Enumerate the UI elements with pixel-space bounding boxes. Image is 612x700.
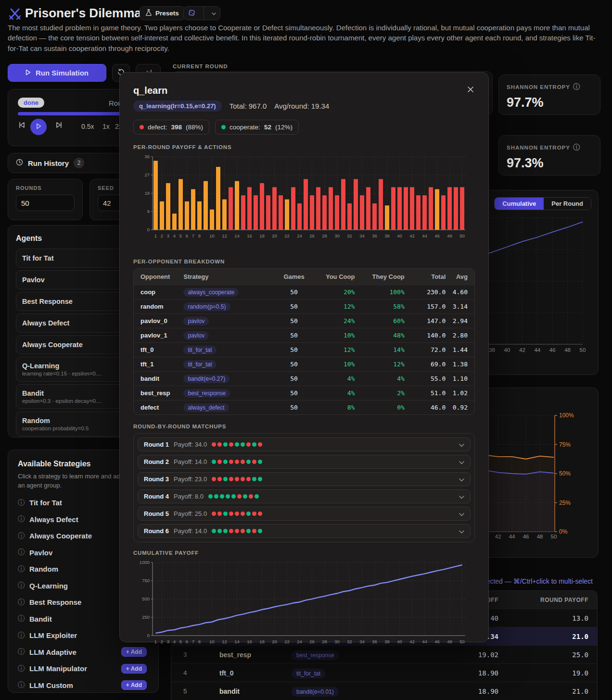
- leaderboard-row[interactable]: 5banditbandit(e=0.01)18.9021.0: [171, 682, 597, 700]
- section-cumulative: CUMULATIVE PAYOFF: [133, 550, 475, 556]
- opponent-row[interactable]: banditbandit(e=0.27)504%4%55.01.10: [134, 371, 474, 386]
- chevron-down-icon[interactable]: [208, 10, 220, 17]
- play-button[interactable]: [30, 119, 47, 135]
- rounds-input[interactable]: [16, 195, 75, 211]
- rounds-field-card: ROUNDS: [8, 179, 83, 220]
- info-icon: ⓘ: [573, 143, 580, 152]
- svg-text:50: 50: [551, 534, 557, 539]
- entropy-label: SHANNON ENTROPY: [507, 145, 570, 150]
- total-value: 967.0: [249, 102, 267, 110]
- skip-forward-button[interactable]: [52, 121, 66, 131]
- opponent-row[interactable]: best_respbest_response504%2%51.01.02: [134, 386, 474, 400]
- svg-text:46: 46: [434, 639, 440, 644]
- dice-icon[interactable]: [184, 9, 200, 18]
- opponent-row[interactable]: randomrandom(p=0.5)5012%58%157.03.14: [134, 299, 474, 313]
- info-icon: ⓘ: [18, 681, 25, 689]
- svg-text:44: 44: [534, 347, 540, 353]
- speed-0.5x[interactable]: 0.5x: [81, 123, 94, 130]
- svg-text:50: 50: [580, 347, 586, 353]
- agent-detail-modal: q_learn q_learning(lr=0.15,e=0.27) Total…: [119, 72, 489, 642]
- avg-payoff: 18.90: [407, 688, 498, 695]
- matchup-accordion-row[interactable]: Round 1Payoff: 34.0: [138, 438, 471, 451]
- round-payoff: 25.0: [498, 651, 597, 659]
- run-simulation-button[interactable]: Run Simulation: [8, 64, 106, 82]
- opponent-row[interactable]: pavlov_0pavlov5024%60%147.02.94: [134, 313, 474, 328]
- agent-name: Random: [22, 417, 117, 425]
- action-dot-icon: [221, 125, 226, 129]
- close-button[interactable]: [466, 85, 475, 95]
- svg-text:250: 250: [142, 614, 150, 620]
- speed-1x[interactable]: 1x: [102, 123, 110, 130]
- matchup-round-label: Round 1: [144, 441, 169, 448]
- svg-text:100%: 100%: [559, 412, 574, 419]
- svg-text:9: 9: [147, 209, 150, 214]
- strategy-pill: tit_for_tat: [292, 669, 325, 678]
- strategy-pill: tit_for_tat: [183, 346, 216, 354]
- section-per-opponent: PER-OPPONENT BREAKDOWN: [133, 259, 475, 264]
- defect-dot-icon: [241, 529, 245, 533]
- matchup-accordion-row[interactable]: Round 2Payoff: 14.0: [138, 455, 471, 469]
- opponent-row[interactable]: tft_0tit_for_tat5012%14%72.01.44: [134, 342, 474, 357]
- svg-text:36: 36: [372, 639, 377, 644]
- strategy-list-item[interactable]: ⓘLLM Custom+ Add: [18, 679, 149, 691]
- matchup-round-label: Round 3: [144, 475, 169, 483]
- add-strategy-button[interactable]: + Add: [121, 680, 147, 690]
- defect-dot-icon: [252, 529, 256, 533]
- strategy-pill: always_cooperate: [183, 288, 239, 297]
- opponent-row[interactable]: coopalways_cooperate5020%100%230.04.60: [134, 285, 474, 299]
- svg-text:36: 36: [144, 154, 150, 159]
- defect-dot-icon: [241, 512, 245, 516]
- entropy-label: SHANNON ENTROPY: [507, 84, 570, 90]
- add-strategy-button[interactable]: + Add: [121, 664, 147, 674]
- opponent-row[interactable]: pavlov_1pavlov5010%48%140.02.80: [134, 328, 474, 342]
- opponent-row[interactable]: defectalways_defect508%0%46.00.92: [134, 400, 474, 414]
- svg-text:27: 27: [144, 172, 150, 177]
- opponent-table: OpponentStrategyGamesYou CoopThey CoopTo…: [133, 268, 475, 415]
- defect-dot-icon: [229, 460, 233, 464]
- matchup-payoff: Payoff: 14.0: [174, 527, 207, 535]
- agent-name: tft_0: [219, 669, 292, 677]
- section-matchups: ROUND-BY-ROUND MATCHUPS: [133, 424, 475, 429]
- page-title: Prisoner's Dilemma: [25, 6, 141, 21]
- defect-dot-icon: [258, 512, 262, 516]
- svg-text:1: 1: [154, 639, 157, 644]
- matchup-accordion-row[interactable]: Round 4Payoff: 8.0: [138, 489, 471, 503]
- defect-dot-icon: [217, 477, 222, 481]
- chevron-down-icon: [459, 458, 464, 466]
- matchup-accordion-row[interactable]: Round 3Payoff: 23.0: [138, 472, 471, 486]
- opponent-row[interactable]: tft_1tit_for_tat5010%12%69.01.38: [134, 357, 474, 371]
- agent-name: Best Response: [22, 298, 117, 305]
- round-payoff: 21.0: [498, 633, 597, 640]
- randomize-button-group[interactable]: [183, 6, 220, 20]
- defect-dot-icon: [252, 460, 256, 464]
- strategy-list-item[interactable]: ⓘLLM Adaptive+ Add: [18, 646, 149, 658]
- svg-text:16: 16: [247, 233, 252, 238]
- presets-button[interactable]: Presets: [140, 6, 185, 20]
- svg-text:8: 8: [198, 639, 201, 644]
- cooperate-dot-icon: [226, 494, 230, 499]
- svg-text:30: 30: [334, 233, 340, 238]
- round-payoff-header: ROUND PAYOFF: [498, 597, 597, 603]
- defect-dot-icon: [252, 512, 256, 516]
- avg-value: 19.34: [311, 102, 330, 110]
- leaderboard-row[interactable]: 4tft_0tit_for_tat18.9019.0: [171, 664, 597, 682]
- matchup-accordion-row[interactable]: Round 6Payoff: 14.0: [138, 524, 471, 538]
- matchup-accordion-row[interactable]: Round 5Payoff: 25.0: [138, 507, 471, 521]
- defect-dot-icon: [212, 477, 216, 481]
- matchup-payoff: Payoff: 14.0: [174, 458, 207, 465]
- svg-text:50: 50: [459, 639, 465, 644]
- total-label: Total:: [230, 102, 247, 110]
- strategy-pill: tit_for_tat: [183, 360, 216, 369]
- defect-dot-icon: [249, 494, 253, 499]
- skip-back-button[interactable]: [15, 121, 28, 131]
- run-history-count-badge: 2: [74, 158, 84, 168]
- strategy-list-item[interactable]: ⓘLLM Manipulator+ Add: [18, 663, 149, 675]
- matchup-action-dots: [212, 477, 262, 481]
- matchup-list: Round 1Payoff: 34.0Round 2Payoff: 14.0Ro…: [133, 433, 475, 542]
- strategy-name: LLM Adaptive: [29, 648, 76, 656]
- svg-text:38: 38: [384, 639, 390, 644]
- strategy-name: Random: [29, 565, 58, 573]
- svg-text:750: 750: [142, 578, 150, 583]
- matchup-round-label: Round 6: [144, 527, 169, 535]
- svg-text:44: 44: [422, 639, 427, 644]
